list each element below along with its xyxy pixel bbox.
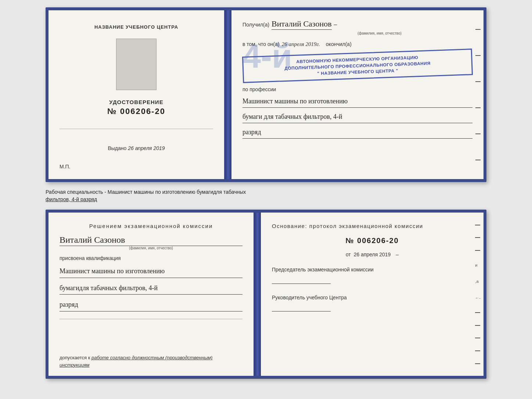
ot-date-value: 26 апреля 2019 <box>354 252 391 257</box>
ot-dash: – <box>396 252 399 257</box>
side-dash <box>475 250 480 251</box>
vtom-label: в том, что он(а) <box>242 41 280 47</box>
dopuskaetsya-block: допускается к работе согласно должностны… <box>60 347 242 368</box>
udostoverenie-block: УДОСТОВЕРЕНИЕ № 006206-20 <box>107 99 165 116</box>
profession-line2: бумаги для табачных фильтров, 4-й <box>242 111 472 123</box>
side-dash <box>475 55 481 56</box>
qual-line3: разряд <box>60 299 242 311</box>
rukovoditel-signature-line <box>272 304 331 311</box>
side-dash <box>475 225 480 225</box>
profession-line1: Машинист машины по изготовлению <box>242 96 472 108</box>
side-dash <box>475 29 481 30</box>
vydano-line: Выдано 26 апреля 2019 <box>108 145 165 151</box>
side-dash <box>475 350 480 351</box>
recipient-hint: (фамилия, имя, отчество) <box>287 31 472 35</box>
po-professii-label: по профессии <box>242 86 472 92</box>
side-dash <box>475 107 481 108</box>
recipient-name: Виталий Сазонов <box>272 19 331 30</box>
bottom-name-hint: (фамилия, имя, отчество) <box>60 246 242 250</box>
reshen-title: Решением экзаменационной комиссии <box>60 223 242 229</box>
rukovoditel-block: Руководитель учебного Центра <box>272 294 472 312</box>
bottom-name-block: Виталий Сазонов (фамилия, имя, отчество) <box>60 235 242 250</box>
profession-line3: разряд <box>242 127 472 139</box>
predsedatel-block: Председатель экзаменационной комиссии <box>272 266 472 284</box>
top-left-page: НАЗВАНИЕ УЧЕБНОГО ЦЕНТРА УДОСТОВЕРЕНИЕ №… <box>48 10 225 179</box>
ot-date-line: от 26 апреля 2019 – <box>272 252 472 257</box>
protocol-number: № 006206-20 <box>272 236 472 245</box>
middle-text-line2: фильтров, 4-й разряд <box>46 196 97 202</box>
top-training-center-label: НАЗВАНИЕ УЧЕБНОГО ЦЕНТРА <box>94 24 178 30</box>
qual-line2: бумагидля табачных фильтров, 4-й <box>60 282 242 295</box>
ot-label: от <box>346 252 351 257</box>
photo-placeholder <box>116 39 157 90</box>
right-side-dashes <box>475 10 481 179</box>
rukovoditel-title: Руководитель учебного Центра <box>272 294 472 302</box>
mp-label: М.П. <box>60 164 213 172</box>
predsedatel-signature-line <box>272 277 331 284</box>
vydano-date: 26 апреля 2019 <box>128 145 165 151</box>
dash-after-name: – <box>334 21 337 28</box>
bottom-right-side-dashes: и ,а ←- <box>475 213 481 376</box>
prisvoena-label: присвоена квалификация <box>60 255 242 261</box>
side-dash <box>475 312 480 313</box>
qual-line1: Машинист машины по изготовлению <box>60 266 242 278</box>
bottom-right-page: Основание: протокол экзаменационной коми… <box>261 213 484 376</box>
poluchil-line: Получил(а) Виталий Сазонов – <box>242 19 472 30</box>
side-dash <box>475 325 480 326</box>
top-spine <box>225 10 231 179</box>
side-dash <box>475 237 480 238</box>
middle-text-line1: Рабочая специальность - Машинист машины … <box>46 189 246 195</box>
top-certificate: НАЗВАНИЕ УЧЕБНОГО ЦЕНТРА УДОСТОВЕРЕНИЕ №… <box>46 7 486 182</box>
bottom-spine <box>254 213 261 376</box>
vydano-label: Выдано <box>108 145 126 151</box>
middle-text-strip: Рабочая специальность - Машинист машины … <box>46 188 486 204</box>
udostoverenie-title: УДОСТОВЕРЕНИЕ <box>107 99 165 105</box>
stamp-block: АВТОНОМНУЮ НЕКОММЕРЧЕСКУЮ ОРГАНИЗАЦИЮ ДО… <box>242 49 473 83</box>
dopuskaetsya-label: допускается к <box>60 355 90 360</box>
bottom-left-page: Решением экзаменационной комиссии Витали… <box>48 213 254 376</box>
vtom-line: в том, что он(а) 26 апреля 2019г. окончи… <box>242 41 472 47</box>
side-dash <box>475 363 480 364</box>
top-right-page: Получил(а) Виталий Сазонов – (фамилия, и… <box>231 10 484 179</box>
poluchil-label: Получил(а) <box>242 22 269 28</box>
bottom-recipient-name: Виталий Сазонов <box>60 235 242 246</box>
date-value: 26 апреля 2019г. <box>282 41 320 47</box>
side-dash <box>475 338 480 338</box>
side-dash <box>475 133 481 134</box>
udostoverenie-number: № 006206-20 <box>107 107 165 116</box>
okonchil-label: окончил(а) <box>326 41 352 47</box>
osnovanie-title: Основание: протокол экзаменационной коми… <box>272 223 472 229</box>
bottom-certificate: Решением экзаменационной комиссии Витали… <box>46 210 486 379</box>
side-dash <box>475 160 481 160</box>
side-dash <box>475 81 481 82</box>
predsedatel-title: Председатель экзаменационной комиссии <box>272 266 472 274</box>
